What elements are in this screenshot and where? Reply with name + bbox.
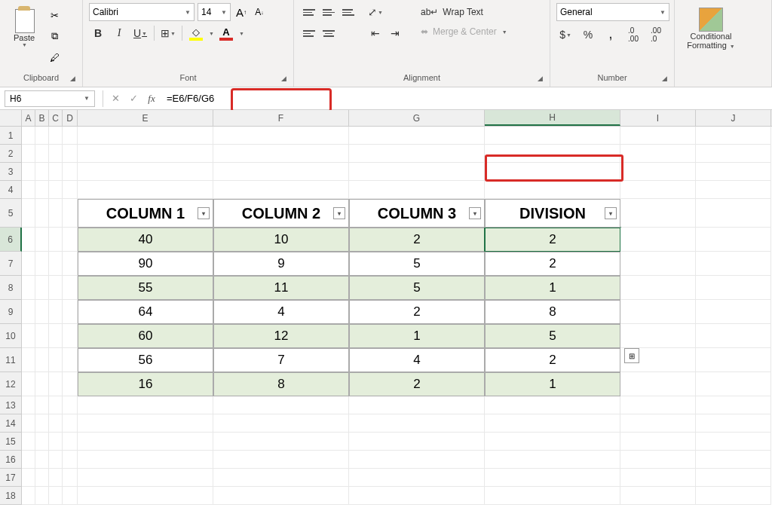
cell[interactable]	[485, 433, 620, 451]
cell[interactable]	[22, 181, 35, 199]
cell[interactable]	[35, 433, 49, 451]
cell[interactable]	[63, 372, 78, 396]
cell[interactable]	[696, 181, 771, 199]
autofill-options-icon[interactable]: ⊞	[624, 348, 639, 363]
cell[interactable]	[22, 348, 35, 372]
wrap-text-button[interactable]: ab↵ Wrap Text	[416, 3, 512, 21]
col-header[interactable]: G	[349, 110, 485, 126]
borders-button[interactable]: ⊞▼	[159, 24, 177, 42]
cell[interactable]	[22, 414, 35, 433]
font-size-combo[interactable]: 14 ▼	[198, 3, 231, 21]
cell[interactable]	[35, 324, 49, 348]
cell[interactable]	[35, 414, 49, 433]
row-header[interactable]: 5	[0, 199, 22, 228]
cell[interactable]	[349, 414, 485, 433]
cell[interactable]: 7	[213, 348, 349, 372]
cell[interactable]	[49, 228, 63, 252]
underline-button[interactable]: U▼	[131, 24, 149, 42]
cell[interactable]	[49, 276, 63, 300]
cell[interactable]	[620, 276, 696, 300]
row-header[interactable]: 6	[0, 228, 22, 252]
cell[interactable]: 2	[485, 228, 620, 252]
comma-button[interactable]: ,	[602, 26, 620, 44]
cell[interactable]	[22, 396, 35, 414]
row-header[interactable]: 9	[0, 300, 22, 324]
cell[interactable]	[63, 451, 78, 469]
cell[interactable]	[49, 469, 63, 487]
cell[interactable]	[63, 324, 78, 348]
cell[interactable]	[22, 145, 35, 163]
cell[interactable]	[35, 487, 49, 505]
increase-decimal-button[interactable]: .0.00	[624, 26, 642, 44]
cell[interactable]: 56	[78, 348, 213, 372]
cell[interactable]	[696, 451, 771, 469]
cell[interactable]	[35, 469, 49, 487]
cell[interactable]	[620, 252, 696, 276]
row-header[interactable]: 1	[0, 127, 22, 145]
cell[interactable]	[49, 163, 63, 181]
cell[interactable]	[49, 487, 63, 505]
filter-button[interactable]: ▾	[198, 207, 210, 219]
number-dialog-launcher[interactable]: ◢	[662, 75, 671, 84]
cell[interactable]	[349, 487, 485, 505]
cell[interactable]	[78, 487, 213, 505]
conditional-formatting-button[interactable]: Conditional Formatting ▼	[681, 3, 741, 50]
cell[interactable]	[35, 145, 49, 163]
row-header[interactable]: 13	[0, 396, 22, 414]
cell[interactable]	[63, 396, 78, 414]
cell[interactable]	[213, 163, 349, 181]
row-header[interactable]: 10	[0, 324, 22, 348]
cell[interactable]	[349, 163, 485, 181]
chevron-down-icon[interactable]: ▼	[209, 31, 214, 36]
cell[interactable]	[78, 127, 213, 145]
cell[interactable]	[213, 469, 349, 487]
accounting-format-button[interactable]: $▼	[556, 26, 574, 44]
merge-center-button[interactable]: ⬌ Merge & Center ▼	[416, 23, 512, 41]
filter-button[interactable]: ▾	[469, 207, 481, 219]
format-painter-button[interactable]: 🖊	[47, 50, 62, 65]
row-header[interactable]: 3	[0, 163, 22, 181]
cell[interactable]	[63, 487, 78, 505]
cell[interactable]	[620, 487, 696, 505]
cell[interactable]	[78, 433, 213, 451]
row-header[interactable]: 2	[0, 145, 22, 163]
cell[interactable]	[49, 348, 63, 372]
cell[interactable]	[696, 145, 771, 163]
col-header[interactable]: B	[35, 110, 49, 126]
col-header[interactable]: F	[213, 110, 349, 126]
cell[interactable]	[696, 487, 771, 505]
cell[interactable]: COLUMN 2▾	[213, 199, 349, 228]
cell[interactable]	[485, 451, 620, 469]
filter-button[interactable]: ▾	[605, 207, 617, 219]
cell[interactable]: 8	[213, 372, 349, 396]
cell[interactable]	[22, 433, 35, 451]
cell[interactable]	[696, 469, 771, 487]
cell[interactable]	[620, 433, 696, 451]
cell[interactable]	[349, 451, 485, 469]
cell[interactable]	[35, 163, 49, 181]
accept-formula-button[interactable]: ✓	[124, 90, 142, 108]
cell[interactable]	[22, 300, 35, 324]
cell[interactable]	[49, 252, 63, 276]
cell[interactable]	[63, 300, 78, 324]
row-header[interactable]: 16	[0, 451, 22, 469]
cell[interactable]	[696, 372, 771, 396]
col-header[interactable]: D	[63, 110, 78, 126]
cell[interactable]	[49, 300, 63, 324]
col-header[interactable]: I	[620, 110, 696, 126]
cell[interactable]	[49, 127, 63, 145]
cell[interactable]: 5	[485, 324, 620, 348]
cell[interactable]	[49, 372, 63, 396]
cell[interactable]	[22, 228, 35, 252]
cell[interactable]	[620, 199, 696, 228]
cell[interactable]: 40	[78, 228, 213, 252]
cell[interactable]	[620, 300, 696, 324]
cell[interactable]	[620, 181, 696, 199]
cell[interactable]	[22, 469, 35, 487]
cell[interactable]: DIVISION▾	[485, 199, 620, 228]
cell[interactable]	[349, 145, 485, 163]
cell[interactable]	[485, 469, 620, 487]
fx-button[interactable]: fx	[142, 90, 161, 108]
cell[interactable]	[22, 487, 35, 505]
cell[interactable]	[213, 145, 349, 163]
